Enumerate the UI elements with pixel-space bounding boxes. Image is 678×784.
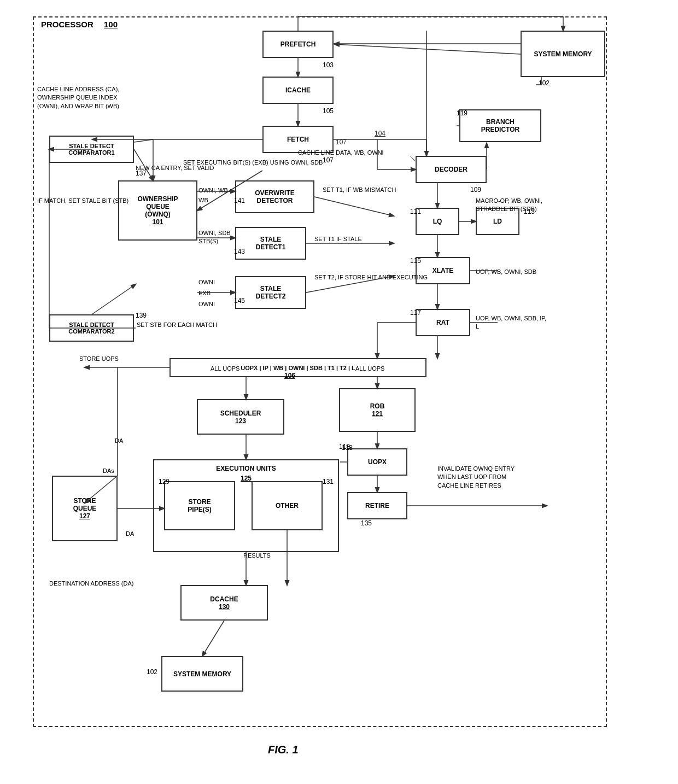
ld-label: LD	[493, 218, 502, 225]
stale-detect1-label: STALE DETECT1	[256, 236, 286, 251]
set-t1-stale-label: SET T1 IF STALE	[314, 235, 362, 243]
overwrite-detector-box: OVERWRITE DETECTOR	[235, 180, 314, 213]
destination-address-label: DESTINATION ADDRESS (DA)	[49, 580, 133, 588]
stale-detect2-label: STALE DETECT2	[256, 285, 286, 300]
ownership-queue-label: OWNERSHIP QUEUE (OWNQ)	[137, 195, 178, 218]
stb-s-label: STB(S)	[198, 238, 218, 244]
set-stb-label: SET STB FOR EACH MATCH	[137, 321, 217, 328]
other-label: OTHER	[276, 502, 299, 510]
xlate-num: 115	[410, 257, 421, 265]
if-match-label: IF MATCH, SET STALE BIT (STB)	[37, 197, 128, 205]
store-queue-label: STORE QUEUE	[73, 497, 97, 512]
owni3-label: OWNI	[198, 301, 215, 307]
prefetch-num: 103	[323, 61, 334, 69]
da2-label: DA	[126, 530, 134, 537]
system-memory-top-box: SYSTEM MEMORY	[521, 31, 605, 77]
system-memory-top-label: SYSTEM MEMORY	[534, 50, 592, 58]
lq-num: 111	[410, 208, 421, 215]
fetch-num: 107	[323, 156, 334, 164]
system-memory-bottom-num: 102	[147, 668, 157, 676]
ownership-queue-box: OWNERSHIP QUEUE (OWNQ) 101	[118, 180, 197, 241]
stale-detect1-num: 143	[234, 248, 245, 255]
das-label: DAs	[103, 467, 114, 474]
cache-line-address-label: CACHE LINE ADDRESS (CA), OWNERSHIP QUEUE…	[37, 85, 127, 110]
xlate-label: XLATE	[432, 267, 453, 274]
fig-label: FIG. 1	[268, 744, 299, 756]
system-memory-bottom-box: SYSTEM MEMORY	[161, 656, 243, 692]
icache-box: ICACHE	[262, 77, 334, 104]
scheduler-num: 123	[235, 417, 246, 425]
retire-label: RETIRE	[365, 502, 389, 510]
uopx-rob-label: UOPX	[368, 458, 387, 466]
stale-detect-comp2-box: STALE DETECT COMPARATOR2	[49, 314, 134, 342]
stale-detect1-box: STALE DETECT1	[235, 227, 306, 260]
store-queue-box: STORE QUEUE 127	[52, 476, 118, 541]
uopx-rob-box: UOPX	[347, 448, 407, 476]
label-118: 118	[342, 444, 353, 452]
system-memory-bottom-label: SYSTEM MEMORY	[173, 670, 231, 678]
rat-box: RAT	[416, 309, 470, 336]
all-uops-right-label: ALL UOPS	[355, 365, 384, 372]
da-label: DA	[115, 437, 123, 444]
set-t1-wb-label: SET T1, IF WB MISMATCH	[323, 186, 396, 194]
store-pipe-num: 129	[159, 478, 170, 485]
decoder-box: DECODER	[416, 156, 487, 183]
rob-box: ROB 121	[339, 388, 416, 432]
cache-line-data-label: CACHE LINE DATA, WB, OWNI	[298, 149, 384, 157]
wb-label: WB	[198, 197, 208, 203]
stale-detect-comp1-label: STALE DETECT COMPARATOR1	[68, 143, 114, 156]
rat-num: 117	[410, 309, 421, 317]
ownership-queue-num: 101	[152, 218, 163, 226]
icache-num: 105	[323, 107, 334, 115]
dcache-box: DCACHE 130	[180, 585, 268, 621]
other-num: 131	[323, 478, 334, 485]
uopx-fields-label: UOPX | IP | WB | OWNI | SDB | T1 | T2 | …	[241, 365, 355, 371]
stale-detect-comp2-label: STALE DETECT COMPARATOR2	[68, 321, 114, 335]
stale-detect-comp1-box: STALE DETECT COMPARATOR1	[49, 136, 134, 163]
branch-predictor-num-label: 119	[457, 109, 467, 117]
other-box: OTHER	[252, 481, 323, 530]
rob-num: 121	[372, 410, 383, 418]
new-ca-entry-label: NEW CA ENTRY, SET VALID	[136, 164, 214, 172]
owni-sdb-label: OWNI, SDB	[198, 230, 231, 236]
stale-detect2-box: STALE DETECT2	[235, 276, 306, 309]
branch-predictor-box: BRANCH PREDICTOR	[459, 109, 541, 142]
uop-wb-owni-sdb2-label: UOP, WB, OWNI, SDB, IP, L	[476, 314, 547, 331]
lq-label: LQ	[433, 218, 442, 225]
system-memory-top-num: 102	[539, 79, 550, 87]
store-pipe-label: STORE PIPE(S)	[188, 498, 211, 513]
processor-label: PROCESSOR	[41, 20, 93, 29]
retire-box: RETIRE	[347, 492, 407, 519]
label-137: 137	[136, 169, 147, 177]
stale-detect-comp2-num: 139	[136, 312, 147, 319]
set-t2-label: SET T2, IF STORE HIT AND EXECUTING	[314, 273, 428, 282]
owni2-label: OWNI	[198, 279, 215, 285]
branch-predictor-label: BRANCH PREDICTOR	[481, 118, 519, 133]
overwrite-detector-num: 141	[234, 197, 245, 204]
icache-label: ICACHE	[285, 86, 311, 94]
execution-units-label: EXECUTION UNITS	[216, 465, 276, 472]
scheduler-box: SCHEDULER 123	[197, 399, 284, 435]
store-uops-label: STORE UOPS	[79, 355, 119, 362]
results-label: RESULTS	[243, 552, 271, 559]
prefetch-label: PREFETCH	[280, 40, 316, 48]
decoder-label: DECODER	[435, 166, 467, 173]
diagram: PROCESSOR 100 SYSTEM MEMORY 102 PREFETCH…	[0, 0, 678, 784]
uop-wb-owni-sdb-label: UOP, WB, OWNI, SDB	[476, 268, 547, 276]
macro-op-label: MACRO-OP, WB, OWNI, STRADDLE BIT (SDB)	[476, 197, 552, 214]
dcache-num: 130	[219, 603, 230, 611]
prefetch-box: PREFETCH	[262, 31, 334, 58]
fetch-label: FETCH	[287, 136, 309, 143]
lq-box: LQ	[416, 208, 459, 235]
all-uops-left-label: ALL UOPS	[211, 365, 239, 372]
store-pipe-box: STORE PIPE(S)	[164, 481, 235, 530]
store-queue-num: 127	[79, 512, 90, 520]
decoder-num: 109	[470, 186, 481, 194]
uopx-fields-box: UOPX | IP | WB | OWNI | SDB | T1 | T2 | …	[170, 358, 426, 377]
rat-label: RAT	[436, 319, 449, 326]
retire-num: 135	[361, 519, 372, 527]
execution-units-num: 125	[241, 475, 252, 482]
exb-label: EXB	[198, 290, 211, 296]
stale-detect2-num: 145	[234, 297, 245, 305]
invalidate-label: INVALIDATE OWNQ ENTRY WHEN LAST UOP FROM…	[437, 465, 525, 490]
